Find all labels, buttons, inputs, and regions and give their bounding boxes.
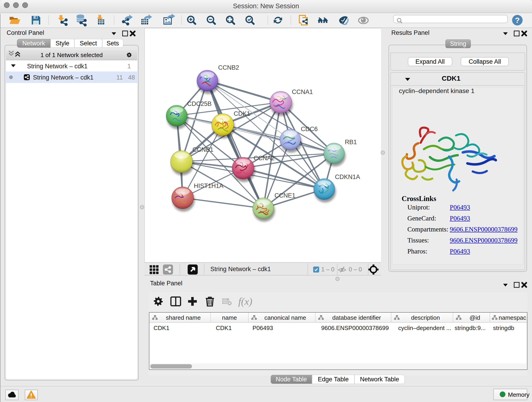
svg-text:CCNA2: CCNA2 xyxy=(254,155,275,162)
svg-text:CCNB1: CCNB1 xyxy=(192,146,214,153)
svg-text:CDC6: CDC6 xyxy=(301,126,318,133)
svg-text:HIST1H1A: HIST1H1A xyxy=(194,182,223,189)
svg-text:CCNA1: CCNA1 xyxy=(292,89,313,95)
svg-text:RB1: RB1 xyxy=(345,139,357,146)
svg-text:?: ? xyxy=(515,16,520,25)
svg-text:CCNB2: CCNB2 xyxy=(218,64,239,71)
svg-text:CDC25B: CDC25B xyxy=(187,100,212,107)
svg-text:CCNE1: CCNE1 xyxy=(274,192,296,199)
svg-text:CDKN1A: CDKN1A xyxy=(335,173,360,180)
svg-text:CDK1: CDK1 xyxy=(234,110,250,117)
